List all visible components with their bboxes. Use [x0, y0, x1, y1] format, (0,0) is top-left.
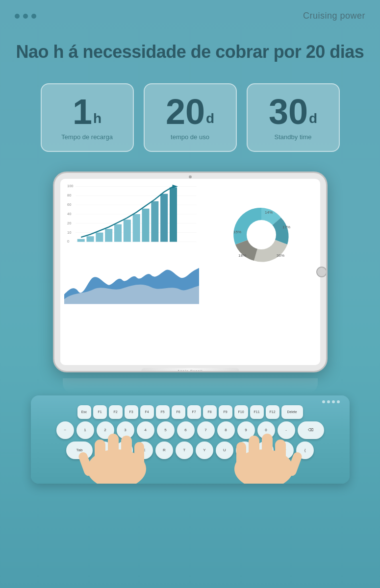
key-del[interactable]: Delete: [281, 405, 303, 419]
key-f11[interactable]: F11: [250, 405, 264, 419]
key-tilde[interactable]: ~: [56, 421, 74, 439]
keyboard-case: Esc F1 F2 F3 F4 F5 F6 F7 F8 F9 F10 F11 F…: [31, 395, 350, 484]
key-y[interactable]: Y: [196, 441, 213, 459]
svg-text:18%: 18%: [238, 253, 246, 258]
key-row-2: ~ 1 2 3 4 5 6 7 8 9 0 - ⌫: [41, 421, 340, 439]
kbd-dot-1: [322, 400, 325, 403]
stat-value-1: 1 h: [73, 94, 101, 129]
headline-section: Nao h á necessidade de cobrar por 20 dia…: [0, 26, 380, 74]
header: Cruising power: [0, 0, 380, 26]
key-0[interactable]: 0: [257, 421, 275, 439]
svg-text:80: 80: [67, 193, 71, 197]
key-tab[interactable]: Tab: [66, 441, 93, 459]
kbd-dot-3: [332, 400, 335, 403]
pencil-label: Apple Pencil: [177, 369, 203, 372]
stat-value-2: 20 d: [166, 94, 214, 129]
key-i[interactable]: I: [236, 441, 253, 459]
key-f6[interactable]: F6: [172, 405, 185, 419]
key-3[interactable]: 3: [117, 421, 134, 439]
key-8[interactable]: 8: [217, 421, 235, 439]
key-2[interactable]: 2: [97, 421, 114, 439]
ipad-camera: [189, 175, 192, 178]
stat-number-1: 1: [73, 94, 92, 129]
key-p[interactable]: P: [276, 441, 294, 459]
key-bracket[interactable]: {: [296, 441, 314, 459]
key-4[interactable]: 4: [137, 421, 154, 439]
svg-text:100: 100: [67, 184, 73, 188]
stat-unit-1: h: [93, 112, 101, 125]
key-o[interactable]: O: [256, 441, 274, 459]
chart-left: 100 80 60 40 20 10 0: [60, 179, 203, 365]
ipad-frame: 100 80 60 40 20 10 0: [53, 172, 328, 372]
stat-unit-2: d: [206, 112, 214, 125]
svg-text:0: 0: [67, 239, 69, 244]
key-f9[interactable]: F9: [219, 405, 232, 419]
key-f3[interactable]: F3: [125, 405, 138, 419]
key-1[interactable]: 1: [76, 421, 94, 439]
key-f10[interactable]: F10: [234, 405, 248, 419]
key-u[interactable]: U: [216, 441, 233, 459]
donut-chart-svg: 14% 17% 36% 18% 15%: [229, 203, 293, 267]
key-f2[interactable]: F2: [109, 405, 123, 419]
keyboard-wrapper: Esc F1 F2 F3 F4 F5 F6 F7 F8 F9 F10 F11 F…: [0, 395, 380, 484]
svg-rect-24: [169, 187, 177, 242]
key-f1[interactable]: F1: [93, 405, 107, 419]
kbd-dot-2: [327, 400, 330, 403]
svg-rect-15: [86, 236, 94, 242]
svg-rect-20: [132, 214, 140, 242]
svg-rect-16: [96, 232, 103, 242]
stat-number-3: 30: [269, 94, 308, 129]
key-6[interactable]: 6: [177, 421, 195, 439]
bar-chart-svg: 100 80 60 40 20 10 0: [64, 183, 200, 261]
svg-rect-14: [77, 239, 84, 242]
svg-rect-21: [142, 209, 149, 242]
ipad-container: 100 80 60 40 20 10 0: [53, 172, 328, 377]
key-t[interactable]: T: [176, 441, 193, 459]
svg-text:14%: 14%: [265, 210, 273, 215]
stat-box-3: 30 d Standby time: [247, 83, 340, 152]
svg-rect-22: [151, 201, 158, 242]
svg-point-26: [247, 220, 276, 249]
key-f7[interactable]: F7: [187, 405, 201, 419]
key-9[interactable]: 9: [237, 421, 255, 439]
cruising-label: Cruising power: [303, 11, 365, 21]
svg-rect-18: [114, 224, 121, 242]
key-f8[interactable]: F8: [203, 405, 217, 419]
key-5[interactable]: 5: [157, 421, 175, 439]
svg-text:20: 20: [67, 221, 71, 225]
svg-text:60: 60: [67, 202, 71, 207]
svg-rect-23: [160, 194, 168, 242]
stat-box-2: 20 d tempo de uso: [144, 83, 237, 152]
keyboard-status-dots: [322, 400, 340, 403]
key-r[interactable]: R: [155, 441, 173, 459]
line-chart-svg: [64, 265, 200, 304]
stat-number-2: 20: [166, 94, 205, 129]
chart-right: 14% 17% 36% 18% 15%: [203, 179, 320, 291]
key-f5[interactable]: F5: [156, 405, 170, 419]
stat-unit-3: d: [309, 112, 317, 125]
dot-3: [31, 14, 36, 19]
key-7[interactable]: 7: [197, 421, 215, 439]
svg-rect-17: [105, 229, 112, 242]
key-row-3: Tab Q W E R T Y U I O P {: [41, 441, 340, 459]
dot-2: [23, 14, 28, 19]
ipad-screen: 100 80 60 40 20 10 0: [60, 179, 320, 365]
svg-text:36%: 36%: [277, 253, 284, 258]
key-e[interactable]: E: [135, 441, 153, 459]
dots-menu[interactable]: [15, 14, 36, 19]
svg-rect-19: [123, 220, 130, 242]
key-backspace[interactable]: ⌫: [298, 421, 324, 439]
svg-text:40: 40: [67, 212, 71, 216]
svg-text:17%: 17%: [282, 225, 290, 229]
dot-1: [15, 14, 20, 19]
ipad-home-button: [316, 267, 327, 277]
key-f4[interactable]: F4: [140, 405, 154, 419]
key-esc[interactable]: Esc: [77, 405, 91, 419]
stat-box-1: 1 h Tempo de recarga: [41, 83, 134, 152]
key-f12[interactable]: F12: [266, 405, 279, 419]
key-w[interactable]: W: [115, 441, 133, 459]
stat-label-3: Standby time: [275, 133, 312, 141]
key-minus[interactable]: -: [278, 421, 295, 439]
key-q[interactable]: Q: [95, 441, 113, 459]
stat-value-3: 30 d: [269, 94, 317, 129]
